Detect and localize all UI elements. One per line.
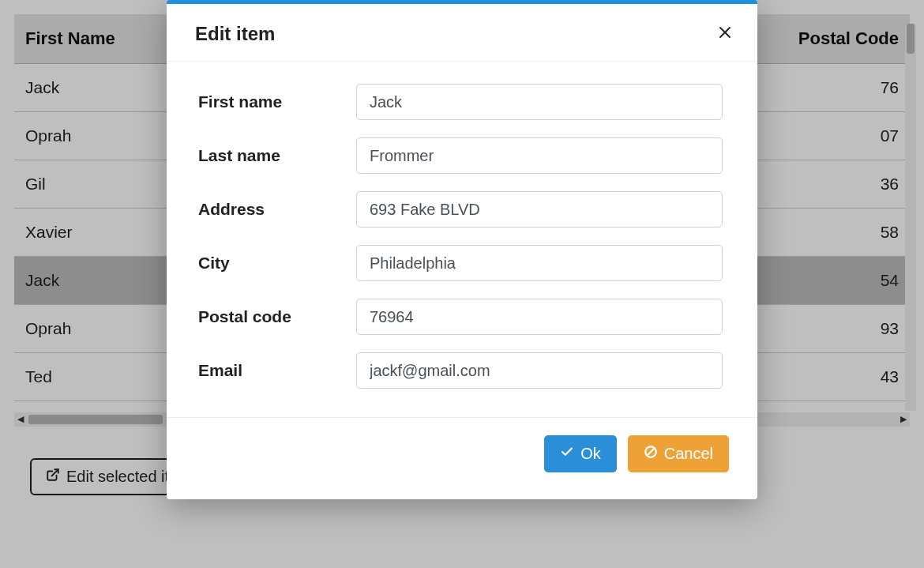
ok-button[interactable]: Ok [544,435,617,472]
modal-body: First name Last name Address City Postal… [167,62,757,417]
label-city: City [198,254,356,273]
edit-item-modal: Edit item First name Last name Address [167,0,757,499]
label-email: Email [198,361,356,380]
label-last-name: Last name [198,146,356,165]
label-first-name: First name [198,92,356,111]
close-icon [718,25,732,43]
email-field[interactable] [356,352,723,389]
address-field[interactable] [356,191,723,228]
modal-footer: Ok Cancel [167,417,757,499]
label-address: Address [198,200,356,219]
first-name-field[interactable] [356,84,723,120]
cancel-button[interactable]: Cancel [628,435,729,472]
ok-button-label: Ok [580,445,601,463]
modal-overlay: Edit item First name Last name Address [0,0,924,568]
last-name-field[interactable] [356,137,723,174]
modal-header: Edit item [167,4,757,62]
cancel-icon [644,445,658,463]
city-field[interactable] [356,245,723,281]
label-postal-code: Postal code [198,307,356,326]
close-button[interactable] [718,25,732,43]
cancel-button-label: Cancel [664,445,713,463]
svg-line-4 [647,449,654,456]
postal-code-field[interactable] [356,299,723,335]
modal-title: Edit item [195,23,275,45]
check-icon [560,445,574,463]
